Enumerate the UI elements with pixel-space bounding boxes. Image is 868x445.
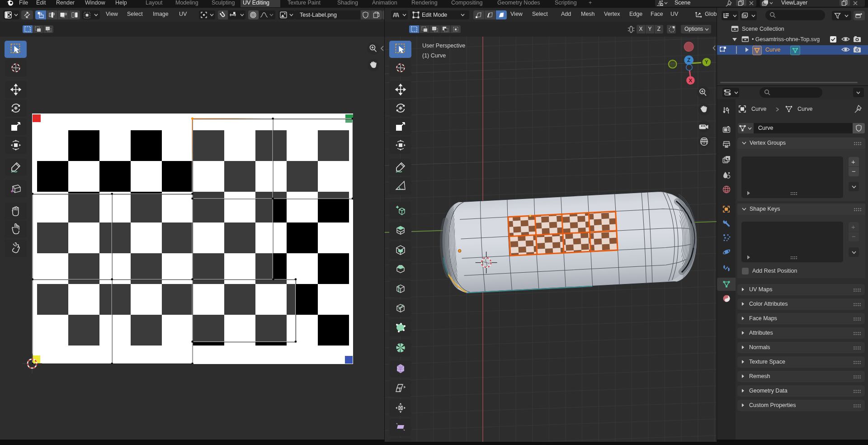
svg-text:Y: Y xyxy=(705,59,708,65)
svg-text:X: X xyxy=(689,78,693,83)
svg-text:Z: Z xyxy=(687,57,690,63)
svg-text:User Perspective: User Perspective xyxy=(422,43,465,49)
svg-text:(1) Curve: (1) Curve xyxy=(422,52,446,59)
